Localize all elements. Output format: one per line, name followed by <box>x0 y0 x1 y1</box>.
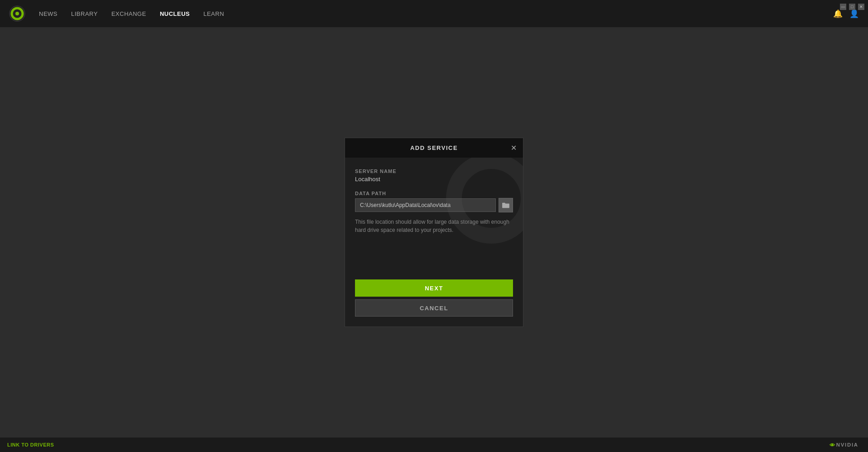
dialog-title: ADD SERVICE <box>410 144 458 151</box>
dialog-close-button[interactable]: ✕ <box>511 144 517 152</box>
nvidia-logo-svg: NVIDIA <box>829 440 861 449</box>
add-service-dialog: ADD SERVICE ✕ SERVER NAME Localhost DATA… <box>345 138 523 327</box>
dialog-body: SERVER NAME Localhost DATA PATH This fil… <box>345 158 523 279</box>
link-to-drivers[interactable]: LINK TO DRIVERS <box>7 442 54 447</box>
nvidia-eye-mark <box>830 443 835 446</box>
nav-item-exchange[interactable]: EXCHANGE <box>111 10 146 17</box>
bottom-bar: LINK TO DRIVERS NVIDIA <box>0 438 868 452</box>
dialog-header: ADD SERVICE ✕ <box>345 138 523 158</box>
app-logo[interactable] <box>9 5 25 22</box>
svg-point-4 <box>831 444 833 446</box>
dialog-overlay: ADD SERVICE ✕ SERVER NAME Localhost DATA… <box>0 27 868 438</box>
cancel-button[interactable]: CANCEL <box>355 299 513 317</box>
nav-item-news[interactable]: NEWS <box>39 10 58 17</box>
next-button[interactable]: NEXT <box>355 279 513 297</box>
data-path-label: DATA PATH <box>355 191 513 196</box>
nav-item-nucleus[interactable]: NUCLEUS <box>160 10 190 17</box>
nav-links: NEWS LIBRARY EXCHANGE NUCLEUS LEARN <box>39 10 224 17</box>
dialog-footer: NEXT CANCEL <box>345 279 523 327</box>
browse-folder-button[interactable] <box>499 198 513 212</box>
svg-text:NVIDIA: NVIDIA <box>836 442 858 447</box>
main-content: ADD SERVICE ✕ SERVER NAME Localhost DATA… <box>0 27 868 438</box>
nav-right-icons: 🔔 👤 <box>833 9 859 19</box>
svg-point-2 <box>15 12 19 15</box>
nav-item-learn[interactable]: LEARN <box>203 10 224 17</box>
hint-text: This file location should allow for larg… <box>355 218 513 234</box>
maximize-button[interactable]: □ <box>849 4 855 10</box>
server-name-label: SERVER NAME <box>355 168 513 174</box>
user-profile-button[interactable]: 👤 <box>849 9 859 19</box>
notifications-button[interactable]: 🔔 <box>833 9 843 19</box>
data-path-row <box>355 198 513 212</box>
data-path-input[interactable] <box>355 198 496 212</box>
window-controls: — □ ✕ <box>840 4 864 10</box>
server-name-value: Localhost <box>355 176 513 183</box>
close-window-button[interactable]: ✕ <box>858 4 864 10</box>
folder-icon <box>502 202 510 208</box>
minimize-button[interactable]: — <box>840 4 846 10</box>
nav-item-library[interactable]: LIBRARY <box>71 10 98 17</box>
nvidia-logo: NVIDIA <box>829 440 861 449</box>
top-navigation: — □ ✕ NEWS LIBRARY EXCHANGE NUCLEUS LEAR… <box>0 0 868 27</box>
